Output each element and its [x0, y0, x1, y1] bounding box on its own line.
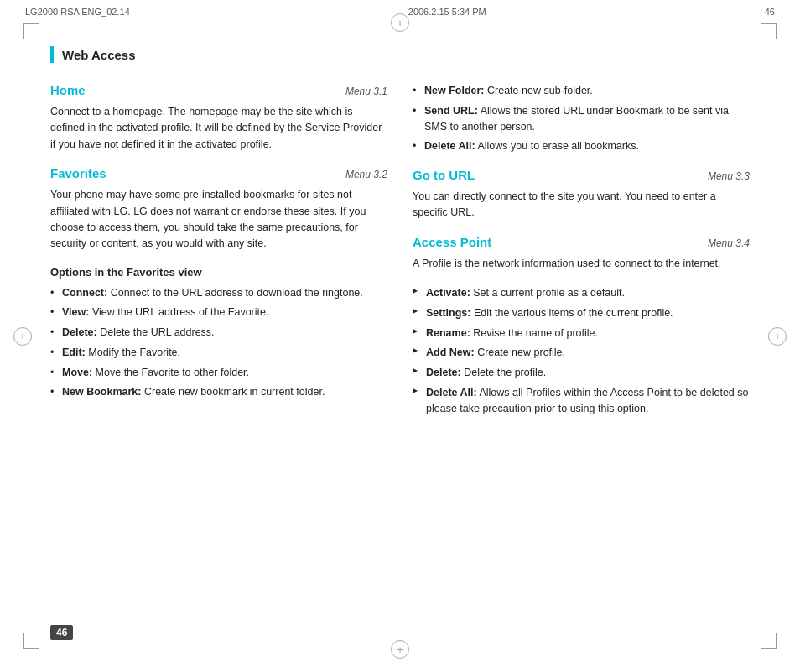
top-bar-right: 46	[765, 7, 775, 17]
option-connect-text: Connect to the URL address to download t…	[111, 287, 363, 299]
accesspoint-title: Access Point	[413, 235, 491, 249]
reg-circle-right	[768, 327, 787, 346]
list-item: Edit: Modify the Favorite.	[50, 345, 387, 361]
option-view-text: View the URL address of the Favorite.	[92, 306, 269, 318]
crop-mark-tr	[761, 23, 777, 39]
list-item: New Folder: Create new sub-folder.	[413, 83, 750, 99]
addnew-text: Create new profile.	[477, 346, 565, 358]
title-accent	[50, 46, 54, 63]
top-bar-date: 2006.2.15 5:34 PM	[408, 7, 486, 17]
option-move-text: Move the Favorite to other folder.	[96, 367, 249, 378]
option-delete-text: Delete the URL address.	[100, 326, 214, 338]
list-item: Delete: Delete the URL address.	[50, 325, 387, 341]
crop-mark-br	[761, 633, 777, 649]
home-body: Connect to a homepage. The homepage may …	[50, 104, 387, 153]
gotourl-body: You can directly connect to the site you…	[413, 189, 750, 221]
delete-label: Delete:	[426, 367, 461, 378]
option-view-label: View:	[62, 306, 89, 318]
top-bar-left: LG2000 RSA ENG_02.14	[25, 7, 130, 17]
addnew-label: Add New:	[426, 346, 475, 358]
home-heading: Home Menu 3.1	[50, 83, 387, 97]
settings-text: Edit the various items of the current pr…	[474, 307, 673, 319]
accesspoint-heading: Access Point Menu 3.4	[413, 235, 750, 249]
favorites-title: Favorites	[50, 166, 106, 180]
settings-label: Settings:	[426, 307, 470, 319]
home-title: Home	[50, 83, 86, 97]
list-item: View: View the URL address of the Favori…	[50, 305, 387, 320]
activate-label: Activate:	[426, 287, 470, 299]
list-item: Move: Move the Favorite to other folder.	[50, 365, 387, 381]
option-edit-label: Edit:	[62, 346, 86, 358]
access-list: Activate: Set a current profile as a def…	[413, 285, 750, 416]
right-column: New Folder: Create new sub-folder. Send …	[413, 83, 750, 425]
crop-mark-bl	[23, 633, 39, 649]
deleteall-access-label: Delete All:	[426, 387, 477, 399]
options-heading: Options in the Favorites view	[50, 266, 387, 279]
list-item: Add New: Create new profile.	[413, 345, 750, 361]
deleteall-fav-text: Allows you to erase all bookmarks.	[477, 140, 638, 152]
option-delete-label: Delete:	[62, 326, 97, 338]
deleteall-fav-label: Delete All:	[424, 140, 475, 152]
section-title: Web Access	[62, 48, 136, 62]
rename-label: Rename:	[426, 327, 470, 339]
list-item: Send URL: Allows the stored URL under Bo…	[413, 103, 750, 135]
list-item: Activate: Set a current profile as a def…	[413, 285, 750, 301]
list-item: New Bookmark: Create new bookmark in cur…	[50, 384, 387, 400]
option-connect-label: Connect:	[62, 287, 107, 299]
accesspoint-body: A Profile is the network information use…	[413, 256, 750, 272]
list-item: Rename: Revise the name of profile.	[413, 326, 750, 341]
main-content: Web Access Home Menu 3.1 Connect to a ho…	[50, 46, 750, 626]
list-item: Delete All: Allows you to erase all book…	[413, 138, 750, 154]
home-menu-number: Menu 3.1	[345, 86, 387, 97]
crop-mark-tl	[23, 23, 39, 39]
gotourl-title: Go to URL	[413, 168, 475, 182]
top-bar-dash-left: —	[382, 7, 392, 17]
page-wrapper: LG2000 RSA ENG_02.14 — 2006.2.15 5:34 PM…	[0, 0, 800, 672]
favorites-menu-number: Menu 3.2	[345, 169, 387, 180]
list-item: Connect: Connect to the URL address to d…	[50, 285, 387, 301]
right-top-bullets: New Folder: Create new sub-folder. Send …	[413, 83, 750, 154]
top-bar: LG2000 RSA ENG_02.14 — 2006.2.15 5:34 PM…	[25, 7, 775, 17]
newfolder-text: Create new sub-folder.	[487, 85, 593, 96]
option-move-label: Move:	[62, 367, 92, 378]
gotourl-menu-number: Menu 3.3	[708, 170, 750, 182]
activate-text: Set a current profile as a default.	[473, 287, 625, 299]
rename-text: Revise the name of profile.	[473, 327, 598, 339]
options-list: Connect: Connect to the URL address to d…	[50, 285, 387, 401]
sendurl-label: Send URL:	[424, 105, 478, 117]
section-title-bar: Web Access	[50, 46, 750, 63]
list-item: Settings: Edit the various items of the …	[413, 305, 750, 321]
list-item: Delete All: Allows all Profiles within t…	[413, 385, 750, 417]
gotourl-heading: Go to URL Menu 3.3	[413, 168, 750, 182]
left-column: Home Menu 3.1 Connect to a homepage. The…	[50, 83, 387, 425]
option-newbookmark-label: New Bookmark:	[62, 386, 141, 398]
favorites-body: Your phone may have some pre-installed b…	[50, 187, 387, 253]
newfolder-label: New Folder:	[424, 85, 485, 96]
two-column-layout: Home Menu 3.1 Connect to a homepage. The…	[50, 83, 750, 425]
list-item: Delete: Delete the profile.	[413, 365, 750, 381]
accesspoint-menu-number: Menu 3.4	[708, 237, 750, 249]
option-newbookmark-text: Create new bookmark in current folder.	[144, 386, 325, 398]
top-bar-center: — 2006.2.15 5:34 PM —	[382, 7, 512, 17]
top-bar-dash-right: —	[503, 7, 512, 17]
page-number: 46	[50, 625, 73, 640]
option-edit-text: Modify the Favorite.	[88, 346, 180, 358]
delete-text: Delete the profile.	[464, 367, 546, 378]
reg-circle-bottom	[391, 640, 409, 659]
reg-circle-left	[13, 327, 32, 346]
favorites-heading: Favorites Menu 3.2	[50, 166, 387, 180]
